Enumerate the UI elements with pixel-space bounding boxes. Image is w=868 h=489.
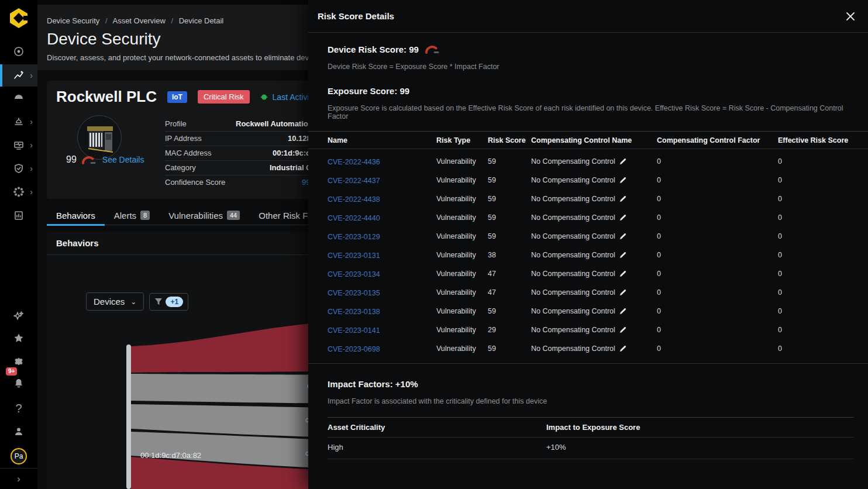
edit-control-button[interactable] (619, 308, 626, 315)
edit-control-button[interactable] (619, 289, 626, 296)
edit-control-button[interactable] (619, 233, 626, 240)
sidebar-item-compliance[interactable]: › (0, 157, 37, 180)
col-header-risk-type: Risk Type (436, 136, 488, 144)
effective-score-cell: 0 (778, 288, 854, 297)
compensating-control-cell: No Compensating Control (531, 288, 615, 297)
edit-control-button[interactable] (619, 177, 626, 184)
compensating-control-cell: No Compensating Control (531, 326, 615, 334)
col-header-risk-score: Risk Score (488, 136, 531, 144)
device-risk-score-heading: Device Risk Score: 99 (328, 44, 419, 54)
pencil-icon (619, 195, 626, 202)
cve-table-row: CVE-2022-4438 Vulnerability 59 No Compen… (328, 190, 854, 208)
compensating-control-cell: No Compensating Control (531, 176, 615, 184)
devices-dropdown[interactable]: Devices ⌄ (86, 292, 144, 311)
sidebar-item-ai-assistant[interactable] (0, 304, 37, 328)
device-card: Rockwell PLC IoT Critical Risk Last Acti… (47, 81, 347, 199)
chevron-right-icon: › (17, 474, 20, 484)
control-factor-cell: 0 (657, 251, 778, 259)
risk-score-cell: 59 (488, 213, 531, 222)
device-name: Rockwell PLC (56, 88, 157, 106)
field-label: IP Address (165, 134, 202, 143)
sidebar-item-help[interactable]: ? (0, 397, 37, 420)
sidebar-item-monitoring[interactable]: › (0, 133, 37, 157)
sidebar-item-reports[interactable] (0, 204, 37, 227)
filter-count-badge: +1 (166, 297, 183, 307)
edit-control-button[interactable] (619, 326, 626, 333)
compensating-control-cell: No Compensating Control (531, 195, 615, 203)
effective-score-cell: 0 (778, 345, 854, 353)
cve-link[interactable]: CVE-2023-0138 (328, 308, 380, 316)
risk-type-cell: Vulnerability (436, 288, 488, 297)
edit-control-button[interactable] (619, 345, 626, 352)
edit-control-button[interactable] (619, 158, 626, 165)
breadcrumb-device-detail[interactable]: Device Detail (179, 16, 224, 25)
impact-to-exposure-cell: +10% (546, 443, 854, 452)
cve-link[interactable]: CVE-2023-0129 (328, 233, 380, 241)
tab-vulnerabilities[interactable]: Vulnerabilities 44 (159, 206, 249, 225)
cve-link[interactable]: CVE-2023-0698 (328, 345, 380, 353)
cve-link[interactable]: CVE-2023-0135 (328, 289, 380, 297)
control-factor-cell: 0 (657, 195, 778, 203)
col-header-name: Name (328, 136, 436, 144)
chevron-right-icon: › (30, 188, 33, 196)
sidebar-item-account[interactable]: Pa (0, 445, 37, 468)
col-header-compensating-control-factor: Compensating Control Factor (657, 136, 778, 144)
sidebar-item-favorites[interactable] (0, 326, 37, 350)
cve-link[interactable]: CVE-2022-4436 (328, 158, 380, 166)
edit-control-button[interactable] (619, 214, 626, 221)
cve-table-row: CVE-2023-0141 Vulnerability 29 No Compen… (328, 321, 854, 339)
cve-link[interactable]: CVE-2023-0134 (328, 270, 380, 278)
compensating-control-cell: No Compensating Control (531, 270, 615, 278)
sidebar-item-user[interactable] (0, 420, 37, 443)
cve-table-row: CVE-2023-0129 Vulnerability 59 No Compen… (328, 227, 854, 246)
cve-link[interactable]: CVE-2023-0141 (328, 326, 380, 335)
gear-icon (13, 356, 25, 367)
cve-link[interactable]: CVE-2022-4437 (328, 177, 380, 185)
cve-table-row: CVE-2022-4440 Vulnerability 59 No Compen… (328, 208, 854, 227)
cve-link[interactable]: CVE-2023-0131 (328, 252, 380, 260)
tab-behaviors[interactable]: Behaviors (47, 206, 105, 225)
sidebar-item-integrations[interactable]: › (0, 180, 37, 204)
sidebar-item-dashboard[interactable] (0, 87, 37, 110)
col-header-impact-to-exposure: Impact to Exposure Score (546, 423, 854, 432)
cve-link[interactable]: CVE-2022-4438 (328, 195, 380, 204)
edit-control-button[interactable] (619, 252, 626, 259)
behaviors-heading: Behaviors (47, 232, 347, 255)
online-status-icon (260, 94, 268, 100)
sidebar-item-notifications[interactable]: 9+ (0, 371, 37, 395)
breadcrumb-device-security[interactable]: Device Security (47, 16, 99, 25)
sidebar-collapse-button[interactable]: › (0, 468, 37, 489)
breadcrumb-separator: / (171, 16, 173, 25)
bell-icon (13, 377, 25, 389)
sidebar-item-asset-overview[interactable]: › (0, 64, 37, 87)
shield-check-icon (13, 163, 25, 174)
cve-table-header: Name Risk Type Risk Score Compensating C… (308, 131, 868, 149)
close-icon (845, 11, 856, 22)
sidebar-item-visibility[interactable] (0, 40, 37, 63)
risk-score-cell: 59 (488, 232, 531, 240)
field-label: Profile (165, 119, 187, 128)
breadcrumb-asset-overview[interactable]: Asset Overview (112, 16, 165, 25)
monitor-pulse-icon (13, 139, 25, 151)
sidebar-item-alerts[interactable]: › (0, 110, 37, 133)
edit-control-button[interactable] (619, 270, 626, 277)
risk-score-cell: 59 (488, 195, 531, 203)
tab-alerts[interactable]: Alerts 8 (105, 206, 159, 225)
cortex-logo[interactable] (8, 7, 30, 29)
star-icon (13, 332, 25, 344)
filter-button[interactable]: +1 (149, 293, 188, 311)
sankey-node (126, 345, 131, 489)
see-details-link[interactable]: See Details (102, 155, 144, 164)
risk-type-cell: Vulnerability (436, 195, 488, 203)
compensating-control-cell: No Compensating Control (531, 251, 615, 259)
field-label: Category (165, 163, 196, 172)
close-button[interactable] (845, 11, 856, 22)
pencil-icon (619, 308, 626, 315)
effective-score-cell: 0 (778, 270, 854, 278)
pencil-icon (619, 252, 626, 259)
cve-table-row: CVE-2023-0933 Vulnerability 59 No Compen… (328, 358, 854, 361)
effective-score-cell: 0 (778, 232, 854, 240)
edit-control-button[interactable] (619, 195, 626, 202)
cve-link[interactable]: CVE-2022-4440 (328, 214, 380, 222)
control-factor-cell: 0 (657, 270, 778, 278)
